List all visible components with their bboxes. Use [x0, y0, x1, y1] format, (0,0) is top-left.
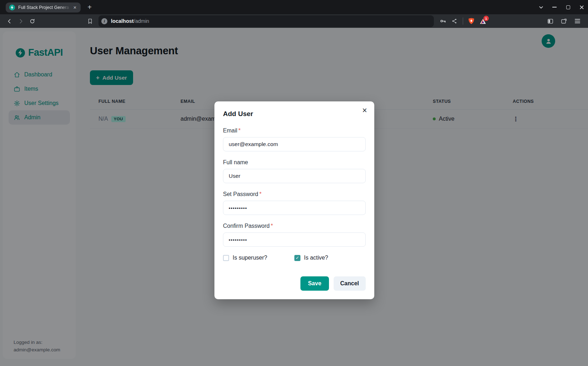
- is-active-label: Is active?: [304, 255, 328, 261]
- tab-search-chevron-icon[interactable]: [537, 3, 545, 11]
- cancel-button[interactable]: Cancel: [334, 276, 366, 291]
- password-label: Set Password*: [223, 191, 366, 197]
- add-user-modal: Add User × Email* Full name Set Password…: [214, 101, 374, 299]
- password-field[interactable]: [223, 201, 366, 215]
- site-info-icon[interactable]: i: [101, 18, 107, 24]
- is-superuser-label: Is superuser?: [233, 255, 267, 261]
- browser-tab[interactable]: Full Stack Project Genera ×: [6, 2, 81, 12]
- modal-footer: Save Cancel: [223, 276, 366, 291]
- brave-shield-icon[interactable]: [466, 15, 477, 27]
- is-superuser-checkbox[interactable]: Is superuser?: [223, 255, 294, 261]
- url-host: localhost: [111, 18, 134, 24]
- window-maximize-button[interactable]: [564, 3, 572, 11]
- confirm-password-field-group: Confirm Password*: [223, 223, 366, 247]
- checkbox-checked-icon[interactable]: ✓: [294, 255, 300, 261]
- required-asterisk: *: [271, 223, 273, 229]
- toolbar-divider: [463, 17, 463, 25]
- reload-button[interactable]: [26, 15, 38, 27]
- checkbox-row: Is superuser? ✓ Is active?: [223, 255, 366, 261]
- page-content: FastAPI Dashboard Items User Settings Ad…: [0, 28, 588, 366]
- checkbox-unchecked-icon[interactable]: [223, 255, 229, 261]
- bookmark-icon[interactable]: [84, 15, 96, 27]
- required-asterisk: *: [238, 127, 240, 134]
- email-field-group: Email*: [223, 127, 366, 151]
- save-button[interactable]: Save: [300, 276, 329, 291]
- password-key-icon[interactable]: [437, 15, 449, 27]
- forward-button[interactable]: [15, 15, 26, 27]
- email-field[interactable]: [223, 137, 366, 151]
- window-close-button[interactable]: [577, 3, 586, 11]
- fastapi-favicon-icon: [9, 4, 15, 11]
- tab-close-icon[interactable]: ×: [72, 4, 78, 11]
- window-minimize-button[interactable]: [550, 3, 559, 11]
- brave-rewards-icon[interactable]: 1: [477, 15, 488, 27]
- wallet-panel-icon[interactable]: [558, 15, 569, 27]
- password-field-group: Set Password*: [223, 191, 366, 215]
- confirm-password-label: Confirm Password*: [223, 223, 366, 229]
- back-button[interactable]: [4, 15, 15, 27]
- modal-close-icon[interactable]: ×: [360, 106, 369, 115]
- url-bar[interactable]: i localhost/admin: [98, 15, 434, 27]
- tab-title: Full Stack Project Genera: [18, 5, 72, 10]
- sidebar-toggle-icon[interactable]: [544, 15, 556, 27]
- full-name-field-group: Full name: [223, 159, 366, 183]
- browser-toolbar: i localhost/admin 1: [0, 14, 588, 28]
- required-asterisk: *: [259, 191, 262, 197]
- modal-title: Add User: [223, 110, 366, 118]
- confirm-password-field[interactable]: [223, 232, 366, 247]
- url-path: /admin: [134, 18, 149, 24]
- new-tab-button[interactable]: +: [85, 3, 94, 12]
- full-name-label: Full name: [223, 159, 366, 166]
- is-active-checkbox[interactable]: ✓ Is active?: [294, 255, 366, 261]
- browser-titlebar: Full Stack Project Genera × +: [0, 0, 588, 14]
- email-label: Email*: [223, 127, 366, 134]
- menu-hamburger-icon[interactable]: [572, 15, 583, 27]
- full-name-field[interactable]: [223, 169, 366, 183]
- share-icon[interactable]: [449, 15, 460, 27]
- url-text: localhost/admin: [111, 18, 149, 24]
- rewards-notification-badge: 1: [483, 16, 489, 21]
